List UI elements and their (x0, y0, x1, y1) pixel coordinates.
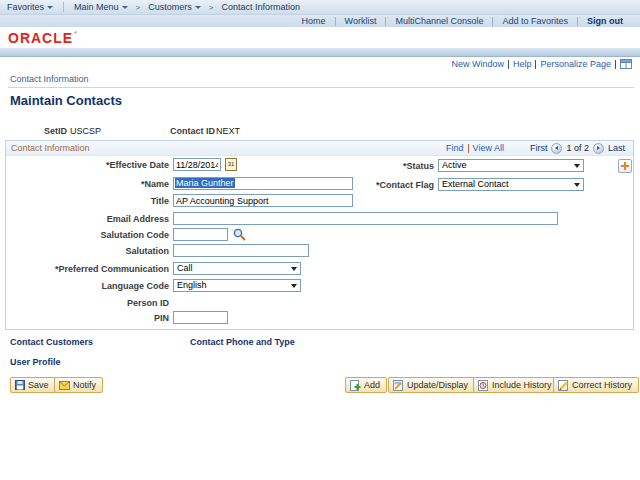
email-address-label: Email Address (19, 214, 169, 224)
notify-envelope-icon (59, 381, 70, 390)
calendar-icon[interactable]: 31 (225, 158, 237, 171)
title-input[interactable] (173, 194, 353, 207)
correct-history-button-label: Correct History (572, 380, 632, 390)
include-history-button[interactable]: Include History (473, 377, 559, 393)
breadcrumb-current-page: Contact Information (214, 2, 307, 12)
groupbox-scroll-controls: Find View All First 1 of 2 Last (446, 143, 633, 154)
contact-information-groupbox: Contact Information Find View All First … (5, 140, 634, 330)
header-gradient-strip (0, 48, 640, 57)
breadcrumb-separator (209, 3, 214, 12)
oracle-logo: ORACLE (8, 30, 78, 46)
name-label: *Name (19, 179, 169, 189)
correct-history-icon (558, 380, 569, 391)
title-label: Title (19, 196, 169, 206)
pin-input[interactable] (173, 311, 228, 324)
arrow-left-icon (555, 146, 558, 150)
save-disk-icon (15, 380, 25, 390)
breadcrumb-current-label: Contact Information (221, 2, 300, 12)
person-id-label: Person ID (19, 298, 169, 308)
page-action-bar: New Window Help Personalize Page (451, 59, 632, 69)
logo-band: ORACLE (0, 27, 640, 48)
add-to-favorites-link[interactable]: Add to Favorites (493, 16, 577, 26)
add-icon (350, 380, 361, 391)
calendar-icon-text: 31 (226, 159, 236, 170)
breadcrumb-customers-label: Customers (148, 2, 192, 12)
http-icon[interactable] (620, 59, 632, 69)
contact-flag-select[interactable]: External Contact (438, 178, 584, 191)
worklist-link[interactable]: Worklist (336, 16, 386, 26)
personalize-page-link[interactable]: Personalize Page (540, 59, 611, 69)
user-profile-link[interactable]: User Profile (10, 357, 61, 367)
groupbox-header: Contact Information Find View All First … (6, 141, 633, 156)
contact-flag-label: *Contact Flag (284, 180, 434, 190)
link-divider (615, 60, 616, 69)
language-code-label: Language Code (19, 281, 169, 291)
update-display-button[interactable]: Update/Display (388, 377, 475, 393)
status-label: *Status (284, 161, 434, 171)
first-label[interactable]: First (530, 143, 548, 153)
chevron-down-icon (122, 6, 128, 9)
arrow-right-icon (597, 146, 600, 150)
horizontal-rule (8, 87, 634, 88)
contact-phone-and-type-link[interactable]: Contact Phone and Type (190, 337, 295, 347)
new-window-link[interactable]: New Window (451, 59, 504, 69)
home-link[interactable]: Home (293, 16, 335, 26)
multichannel-console-link[interactable]: MultiChannel Console (386, 16, 492, 26)
salutation-label: Salutation (19, 246, 169, 256)
last-label[interactable]: Last (608, 143, 625, 153)
breadcrumb-divider (63, 2, 64, 12)
contact-customers-link[interactable]: Contact Customers (10, 337, 93, 347)
breadcrumb-main-menu[interactable]: Main Menu (67, 2, 135, 12)
include-history-icon (478, 380, 489, 391)
find-link[interactable]: Find (446, 143, 464, 153)
page-title: Maintain Contacts (10, 93, 122, 108)
view-all-link[interactable]: View All (473, 143, 504, 153)
previous-row-button[interactable] (551, 143, 562, 154)
effective-date-input[interactable] (173, 158, 221, 171)
breadcrumb: Favorites Main Menu Customers Contact In… (0, 0, 640, 15)
notify-button-label: Notify (73, 380, 96, 390)
salutation-code-input[interactable] (173, 228, 228, 241)
groupbox-title: Contact Information (6, 143, 90, 153)
breadcrumb-favorites[interactable]: Favorites (0, 2, 60, 12)
portal-links-bar: Home Worklist MultiChannel Console Add t… (0, 15, 640, 27)
save-button[interactable]: Save (10, 377, 56, 393)
include-history-button-label: Include History (492, 380, 552, 390)
preferred-communication-select[interactable]: Call (173, 262, 301, 275)
email-address-input[interactable] (173, 212, 558, 225)
salutation-input[interactable] (173, 244, 309, 257)
next-row-button[interactable] (593, 143, 604, 154)
breadcrumb-customers[interactable]: Customers (141, 2, 208, 12)
name-selected-text: Maria Gunther (175, 178, 235, 188)
breadcrumb-favorites-label: Favorites (7, 2, 44, 12)
add-row-button[interactable] (618, 159, 632, 173)
breadcrumb-main-menu-label: Main Menu (74, 2, 119, 12)
contact-flag-value: External Contact (442, 179, 509, 189)
contact-id-value: NEXT (216, 126, 240, 136)
contact-id-label: Contact ID (170, 126, 215, 136)
notify-button[interactable]: Notify (54, 377, 103, 393)
update-display-icon (393, 380, 404, 391)
status-value: Active (442, 160, 467, 170)
status-select[interactable]: Active (438, 159, 584, 172)
salutation-code-label: Salutation Code (19, 230, 169, 240)
section-title: Contact Information (10, 74, 89, 84)
link-divider (535, 60, 536, 69)
link-divider (468, 144, 469, 153)
link-divider (508, 60, 509, 69)
correct-history-button[interactable]: Correct History (553, 377, 639, 393)
setid-label: SetID (44, 126, 67, 136)
row-indicator: 1 of 2 (566, 143, 589, 153)
preferred-communication-value: Call (177, 263, 193, 273)
save-button-label: Save (28, 380, 49, 390)
language-code-select[interactable]: English (173, 279, 301, 292)
chevron-down-icon (195, 6, 201, 9)
help-link[interactable]: Help (513, 59, 532, 69)
chevron-down-icon (47, 6, 53, 9)
preferred-communication-label: *Preferred Communication (19, 264, 169, 274)
sign-out-link[interactable]: Sign out (578, 16, 632, 26)
language-code-value: English (177, 280, 207, 290)
setid-value: USCSP (70, 126, 101, 136)
lookup-magnifier-icon[interactable] (233, 227, 246, 245)
add-button[interactable]: Add (345, 377, 387, 393)
